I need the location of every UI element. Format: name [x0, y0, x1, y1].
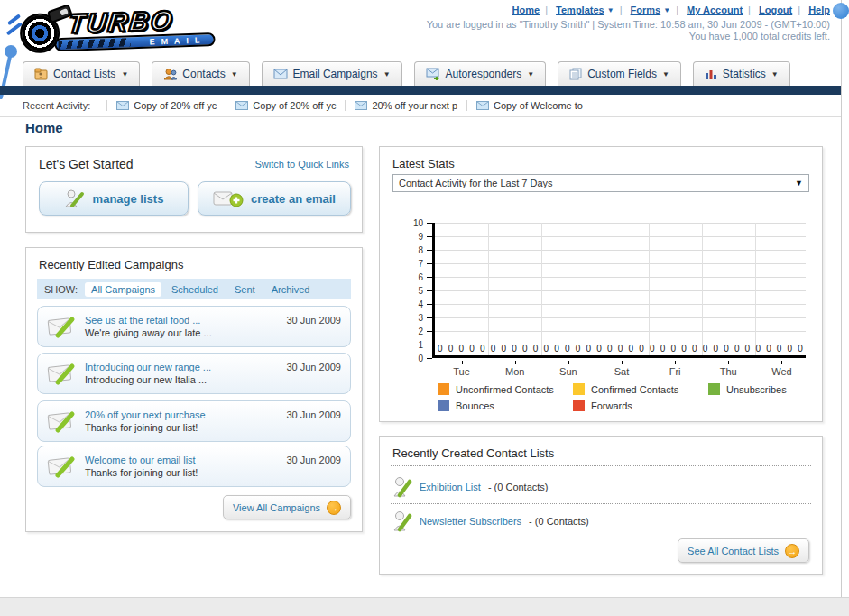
- campaign-link[interactable]: Introducing our new range ...: [85, 361, 279, 373]
- recent-activity-item[interactable]: Copy of 20% off yc: [106, 100, 226, 111]
- header-link-forms[interactable]: Forms: [631, 5, 661, 15]
- gridline: [649, 223, 650, 355]
- campaigns-title: Recently Edited Campaigns: [39, 258, 183, 271]
- value-group: 00000: [540, 344, 594, 354]
- value-label: 0: [650, 344, 655, 354]
- tab-contact-lists[interactable]: Contact Lists▼: [23, 61, 140, 86]
- campaign-item[interactable]: 20% off your next purchaseThanks for joi…: [37, 400, 351, 442]
- filter-sent[interactable]: Sent: [228, 282, 262, 297]
- stats-dropdown[interactable]: Contact Activity for the Last 7 Days ▼: [392, 174, 809, 192]
- tab-label: Statistics: [723, 68, 766, 80]
- value-label: 0: [681, 344, 687, 354]
- x-tick-label: Fri: [649, 361, 702, 377]
- chevron-down-icon: ▼: [607, 6, 614, 14]
- header-link-home[interactable]: Home: [512, 5, 540, 15]
- campaign-date: 30 Jun 2009: [286, 315, 341, 326]
- contact-list-item[interactable]: Exhibition List - (0 Contacts): [392, 471, 549, 503]
- y-tick-label: 5: [392, 286, 423, 296]
- campaign-subject: Introducing our new Italia ...: [85, 373, 279, 386]
- tab-label: Autoresponders: [446, 68, 522, 80]
- tab-custom-fields[interactable]: Custom Fields▼: [558, 61, 681, 86]
- value-label: 0: [533, 344, 539, 354]
- value-label: 0: [607, 344, 613, 354]
- legend-item: Forwards: [573, 400, 708, 411]
- y-tick: [427, 236, 432, 237]
- legend-swatch: [573, 383, 585, 395]
- y-tick-label: 7: [392, 259, 423, 269]
- contact-list-link[interactable]: Exhibition List: [420, 482, 481, 492]
- filter-archived[interactable]: Archived: [265, 282, 317, 297]
- legend-item: Unconfirmed Contacts: [438, 383, 573, 395]
- legend-item: Bounces: [438, 400, 573, 411]
- value-label: 0: [766, 344, 771, 354]
- contact-list-link[interactable]: Newsletter Subscribers: [420, 516, 521, 527]
- campaign-link[interactable]: Welcome to our email list: [85, 454, 279, 466]
- value-label: 0: [745, 344, 751, 354]
- create-email-button[interactable]: create an email: [198, 181, 351, 216]
- y-tick-label: 4: [392, 299, 423, 309]
- legend-item: Confirmed Contacts: [573, 383, 708, 395]
- brand-sub-name: EMAIL: [149, 35, 206, 46]
- recent-activity-text: Copy of Welcome to: [494, 100, 583, 111]
- value-group: 00000: [647, 344, 700, 354]
- arrow-right-icon: →: [785, 544, 799, 558]
- filter-all-campaigns[interactable]: All Campaigns: [85, 282, 161, 297]
- y-tick: [427, 223, 432, 224]
- campaign-subject: We're giving away our late ...: [85, 326, 279, 339]
- recent-activity-item[interactable]: 20% off your next p: [345, 100, 466, 111]
- divider: [391, 503, 811, 504]
- tab-statistics[interactable]: Statistics▼: [693, 61, 790, 86]
- contact-lists-title: Recently Created Contact Lists: [392, 446, 554, 460]
- view-all-campaigns-button[interactable]: View All Campaigns →: [223, 495, 351, 519]
- value-label: 0: [670, 344, 676, 354]
- y-tick: [427, 290, 432, 291]
- brand-stripes: [58, 38, 130, 49]
- recent-activity-item[interactable]: Copy of Welcome to: [466, 100, 592, 111]
- tab-autoresponders[interactable]: Autoresponders▼: [414, 61, 547, 86]
- value-label: 0: [448, 344, 454, 354]
- chevron-down-icon: ▼: [663, 6, 670, 14]
- value-label: 0: [586, 344, 591, 354]
- legend-swatch: [573, 400, 585, 411]
- value-label: 0: [777, 344, 782, 354]
- header-link-help[interactable]: Help: [808, 5, 830, 15]
- chart-legend: Unconfirmed ContactsConfirmed ContactsUn…: [438, 383, 798, 411]
- y-tick: [427, 331, 432, 332]
- filter-scheduled[interactable]: Scheduled: [165, 282, 225, 297]
- contact-lists-panel: Recently Created Contact Lists Exhibitio…: [379, 436, 823, 575]
- header-link-templates[interactable]: Templates: [556, 5, 604, 15]
- page-title: Home: [25, 120, 63, 135]
- switch-quick-links[interactable]: Switch to Quick Links: [254, 159, 349, 170]
- header-link-logout[interactable]: Logout: [759, 5, 792, 15]
- tab-email-campaigns[interactable]: Email Campaigns▼: [262, 61, 402, 86]
- gridline: [488, 223, 489, 355]
- recent-activity-text: Copy of 20% off yc: [253, 100, 336, 111]
- value-label: 0: [596, 344, 602, 354]
- blue-dot-decoration: [833, 3, 849, 19]
- envelope-pencil-icon: [47, 409, 78, 434]
- x-tick: [568, 361, 569, 364]
- tab-contacts[interactable]: Contacts▼: [152, 61, 249, 86]
- legend-swatch: [438, 400, 449, 411]
- campaign-item[interactable]: See us at the retail food ...We're givin…: [37, 306, 351, 347]
- legend-label: Forwards: [591, 400, 632, 411]
- y-tick-label: 6: [392, 272, 423, 282]
- person-pencil-icon: [392, 475, 412, 499]
- contact-list-item[interactable]: Newsletter Subscribers - (0 Contacts): [392, 505, 589, 538]
- manage-lists-button[interactable]: manage lists: [39, 181, 189, 216]
- see-all-contact-lists-button[interactable]: See All Contact Lists →: [678, 538, 809, 563]
- chevron-down-icon: ▼: [662, 70, 669, 78]
- turbo-email-logo: TURBO EMAIL: [6, 2, 220, 56]
- campaign-link[interactable]: 20% off your next purchase: [85, 409, 279, 421]
- custom-fields-icon: [569, 68, 582, 80]
- envelope-pencil-icon: [47, 361, 78, 386]
- header-link-my-account[interactable]: My Account: [687, 5, 743, 15]
- view-all-campaigns-label: View All Campaigns: [233, 502, 320, 513]
- campaign-item[interactable]: Introducing our new range ...Introducing…: [37, 353, 351, 394]
- envelope-icon: [235, 101, 248, 110]
- recent-activity-item[interactable]: Copy of 20% off yc: [226, 100, 345, 111]
- campaign-item[interactable]: Welcome to our email listThanks for join…: [37, 446, 351, 487]
- campaign-link[interactable]: See us at the retail food ...: [85, 314, 279, 326]
- create-email-label: create an email: [251, 192, 336, 206]
- recent-activity-label: Recent Activity:: [23, 100, 90, 111]
